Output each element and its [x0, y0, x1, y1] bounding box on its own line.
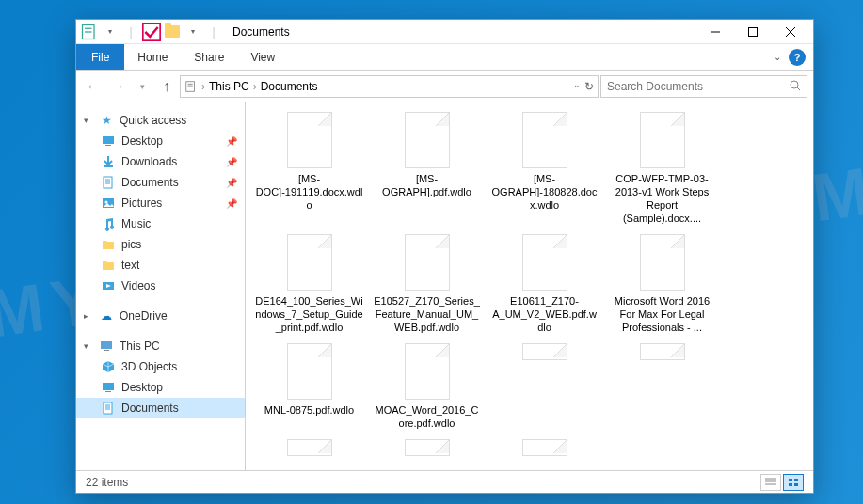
file-item[interactable]: [MS-OGRAPH]-180828.docx.wdlo	[490, 112, 599, 225]
file-item[interactable]	[373, 439, 481, 460]
file-label: MNL-0875.pdf.wdlo	[264, 403, 354, 417]
tab-view[interactable]: View	[237, 44, 288, 70]
file-item[interactable]: E10527_Z170_Series_Feature_Manual_UM_WEB…	[373, 234, 481, 334]
file-item[interactable]: DE164_100_Series_Windows_7_Setup_Guide_p…	[255, 234, 363, 334]
file-item[interactable]: MNL-0875.pdf.wdlo	[255, 343, 363, 430]
sidebar-item-label: 3D Objects	[121, 360, 177, 373]
chevron-right-icon[interactable]: ▸	[84, 311, 93, 321]
file-thumbnail-icon	[287, 343, 332, 400]
folder-icon[interactable]	[163, 23, 182, 41]
sidebar-item-desktop[interactable]: Desktop📌	[76, 131, 245, 151]
file-item[interactable]: E10611_Z170-A_UM_V2_WEB.pdf.wdlo	[490, 234, 599, 334]
search-box[interactable]	[600, 75, 807, 98]
sidebar-item-documents[interactable]: Documents	[76, 398, 245, 418]
file-thumbnail-icon	[405, 439, 450, 456]
search-input[interactable]	[607, 80, 790, 93]
sidebar-this-pc[interactable]: ▾ This PC	[76, 336, 245, 356]
sidebar-onedrive[interactable]: ▸ ☁ OneDrive	[76, 306, 245, 326]
back-button[interactable]: ←	[82, 75, 104, 98]
details-view-button[interactable]	[760, 474, 781, 491]
sidebar-item-documents[interactable]: Documents📌	[76, 172, 245, 193]
sidebar-item-label: Pictures	[121, 197, 162, 210]
chevron-down-icon[interactable]: ▾	[84, 116, 93, 125]
svg-rect-13	[103, 136, 114, 144]
file-label: MOAC_Word_2016_Core.pdf.wdlo	[373, 403, 481, 430]
svg-rect-14	[105, 145, 111, 146]
sidebar-item-downloads[interactable]: Downloads📌	[76, 151, 245, 172]
file-item[interactable]: Microsoft Word 2016 For Max For Legal Pr…	[608, 234, 716, 334]
star-icon: ★	[99, 113, 114, 128]
file-item[interactable]: [MS-DOC]-191119.docx.wdlo	[255, 112, 363, 225]
sidebar-item-label: Downloads	[121, 155, 177, 168]
file-thumbnail-icon	[522, 439, 567, 456]
file-label: [MS-OGRAPH].pdf.wdlo	[373, 172, 481, 198]
file-item[interactable]	[255, 439, 363, 460]
sidebar-label: This PC	[120, 339, 160, 353]
file-item[interactable]: MOAC_Word_2016_Core.pdf.wdlo	[373, 343, 481, 430]
sidebar-item-desktop[interactable]: Desktop	[76, 377, 245, 398]
file-tab[interactable]: File	[76, 44, 124, 70]
file-item[interactable]: COP-WFP-TMP-03-2013-v1 Work Steps Report…	[608, 112, 716, 225]
file-pane[interactable]: [MS-DOC]-191119.docx.wdlo[MS-OGRAPH].pdf…	[246, 102, 813, 470]
qat-dropdown2-icon[interactable]: ▾	[184, 23, 202, 41]
folder-icon	[101, 237, 116, 252]
svg-rect-5	[749, 27, 758, 36]
file-thumbnail-icon	[405, 112, 450, 168]
file-thumbnail-icon	[405, 343, 450, 400]
desktop-icon	[101, 380, 116, 395]
close-button[interactable]	[772, 20, 809, 44]
chevron-right-icon[interactable]: ›	[200, 80, 207, 93]
sidebar-item-music[interactable]: Music	[76, 213, 245, 234]
file-item[interactable]	[608, 343, 716, 430]
breadcrumb-folder[interactable]: Documents	[261, 80, 318, 93]
pc-icon	[99, 339, 114, 354]
sidebar-item-3d-objects[interactable]: 3D Objects	[76, 356, 245, 377]
sidebar-item-videos[interactable]: Videos	[76, 276, 245, 296]
address-bar[interactable]: › This PC › Documents ⌄ ↻	[180, 75, 599, 98]
svg-rect-25	[103, 383, 114, 390]
checkbox-icon[interactable]	[142, 23, 161, 41]
minimize-button[interactable]	[696, 20, 734, 44]
icons-view-button[interactable]	[783, 474, 804, 491]
ribbon-chevron-icon[interactable]: ⌄	[774, 52, 781, 62]
svg-rect-36	[789, 483, 792, 486]
maximize-button[interactable]	[734, 20, 772, 44]
navigation-pane: ▾ ★ Quick access Desktop📌Downloads📌Docum…	[76, 102, 246, 470]
sidebar-item-pictures[interactable]: Pictures📌	[76, 193, 245, 213]
breadcrumb-root[interactable]: This PC	[209, 80, 249, 93]
sidebar-item-pics[interactable]: pics	[76, 234, 245, 255]
file-item[interactable]	[490, 439, 599, 460]
file-item[interactable]	[490, 343, 599, 430]
file-label: DE164_100_Series_Windows_7_Setup_Guide_p…	[255, 294, 363, 334]
cloud-icon: ☁	[99, 308, 114, 323]
address-dropdown-icon[interactable]: ⌄	[573, 80, 581, 93]
sidebar-quick-access[interactable]: ▾ ★ Quick access	[76, 110, 245, 131]
pin-icon: 📌	[226, 178, 237, 188]
search-icon[interactable]	[790, 78, 801, 95]
item-count: 22 items	[86, 476, 128, 489]
properties-icon[interactable]	[80, 23, 99, 41]
sidebar-item-text[interactable]: text	[76, 255, 245, 276]
tab-home[interactable]: Home	[124, 44, 181, 70]
chevron-right-icon[interactable]: ›	[251, 80, 259, 93]
sidebar-item-label: Desktop	[121, 134, 163, 148]
chevron-down-icon[interactable]: ▾	[84, 341, 93, 351]
file-thumbnail-icon	[287, 234, 332, 291]
file-thumbnail-icon	[287, 112, 332, 168]
ribbon: File Home Share View ⌄ ?	[76, 44, 813, 71]
file-item[interactable]: [MS-OGRAPH].pdf.wdlo	[373, 112, 481, 225]
forward-button[interactable]: →	[106, 75, 129, 98]
sidebar-item-label: Desktop	[121, 381, 163, 394]
desktop-icon	[101, 134, 116, 149]
folder-icon	[101, 258, 116, 273]
help-icon[interactable]: ?	[789, 49, 806, 66]
sidebar-item-label: Videos	[121, 279, 155, 292]
up-button[interactable]: ↑	[155, 75, 178, 98]
music-icon	[101, 216, 116, 231]
refresh-icon[interactable]: ↻	[584, 80, 594, 93]
documents-icon	[101, 401, 116, 416]
recent-dropdown[interactable]: ▾	[131, 75, 153, 98]
tab-share[interactable]: Share	[181, 44, 237, 70]
qat-dropdown-icon[interactable]: ▾	[101, 23, 120, 41]
body: ▾ ★ Quick access Desktop📌Downloads📌Docum…	[76, 102, 813, 470]
